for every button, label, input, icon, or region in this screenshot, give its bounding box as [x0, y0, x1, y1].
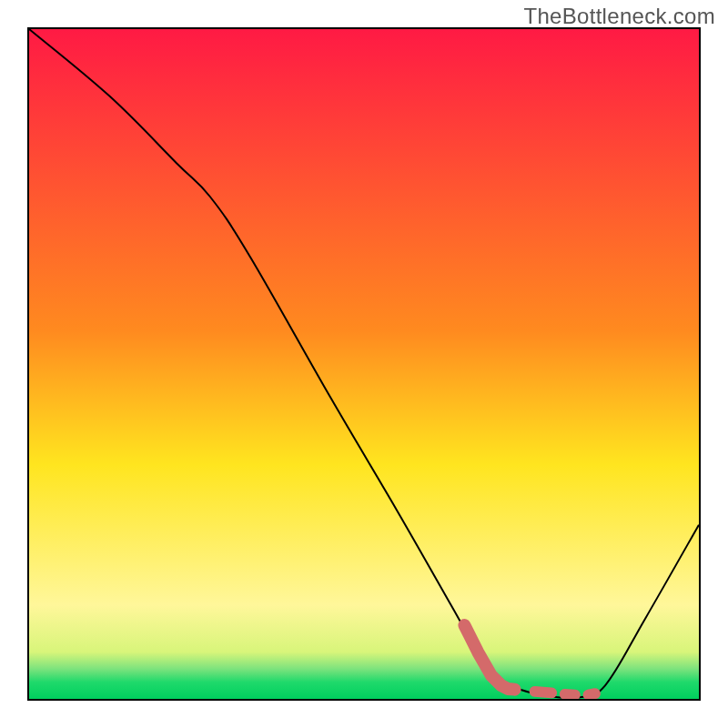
- highlight-segment: [464, 625, 514, 690]
- highlight-segment: [565, 694, 575, 695]
- highlight-segment: [589, 693, 595, 694]
- chart-container: TheBottleneck.com: [0, 0, 728, 728]
- highlight-curve: [464, 625, 595, 695]
- plot-area: [27, 27, 701, 701]
- highlight-segment: [535, 692, 551, 693]
- chart-curve: [29, 29, 699, 699]
- main-curve: [29, 29, 699, 698]
- watermark-text: TheBottleneck.com: [523, 4, 715, 29]
